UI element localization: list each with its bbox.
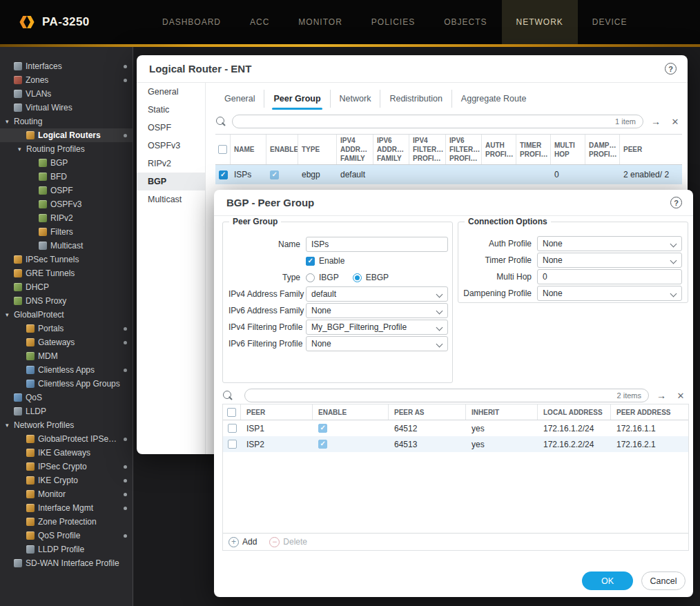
col-name[interactable]: NAME	[231, 135, 266, 164]
dialog-menu-item[interactable]: OSPF	[137, 119, 205, 137]
nav-item[interactable]: NETWORK	[502, 0, 578, 44]
sidebar-item[interactable]: Clientless Apps	[0, 363, 133, 377]
search-input[interactable]: 1 item	[232, 115, 643, 128]
auth-profile-select[interactable]: None	[537, 236, 682, 251]
sidebar-item[interactable]: Zone Protection	[0, 515, 133, 529]
search-input[interactable]: 2 items	[244, 389, 649, 402]
name-input[interactable]: ISPs	[306, 237, 448, 252]
sidebar-item[interactable]: QoS Profile	[0, 529, 133, 543]
col-ipv6-address-family[interactable]: IPV6 ADDR… FAMILY	[373, 135, 409, 164]
dialog-menu-item[interactable]: RIPv2	[137, 155, 205, 173]
sidebar-item[interactable]: Interfaces	[0, 59, 133, 73]
sidebar-item[interactable]: BGP	[0, 156, 133, 170]
apply-filter-icon[interactable]: →	[649, 116, 663, 127]
ipv4-address-family-select[interactable]: default	[306, 286, 448, 302]
col-peer[interactable]: PEER	[620, 135, 682, 164]
sidebar-item[interactable]: DHCP	[0, 280, 133, 294]
row-checkbox[interactable]	[228, 424, 237, 433]
nav-item[interactable]: DASHBOARD	[148, 0, 235, 44]
enable-checkbox[interactable]	[318, 424, 327, 433]
sidebar-item[interactable]: BFD	[0, 170, 133, 184]
enable-checkbox[interactable]	[306, 257, 315, 266]
col-ipv6-filtering-profile[interactable]: IPV6 FILTER… PROFI…	[446, 135, 482, 164]
col-peer-as[interactable]: PEER AS	[389, 404, 466, 420]
col-peer-address[interactable]: PEER ADDRESS	[611, 404, 688, 420]
row-checkbox[interactable]	[219, 170, 228, 179]
col-timer-profile[interactable]: TIMER PROFI…	[516, 135, 551, 164]
col-ipv4-filtering-profile[interactable]: IPV4 FILTER… PROFI…	[409, 135, 446, 164]
clear-filter-icon[interactable]: ✕	[668, 117, 682, 127]
apply-filter-icon[interactable]: →	[654, 390, 668, 401]
table-row[interactable]: ISP1 64512 yes 172.16.1.2/24 172.16.1.1	[223, 420, 688, 436]
col-enable[interactable]: ENABLE	[266, 135, 298, 164]
ipv6-address-family-select[interactable]: None	[306, 303, 448, 318]
sidebar-item[interactable]: MDM	[0, 349, 133, 363]
sidebar-item[interactable]: SD-WAN Interface Profile	[0, 556, 133, 570]
col-auth-profile[interactable]: AUTH PROFI…	[482, 135, 516, 164]
sidebar-item[interactable]: Clientless App Groups	[0, 377, 133, 391]
col-ipv4-address-family[interactable]: IPV4 ADDR… FAMILY	[337, 135, 373, 164]
help-icon[interactable]: ?	[665, 63, 677, 75]
ok-button[interactable]: OK	[582, 571, 633, 590]
row-checkbox[interactable]	[228, 440, 237, 449]
sidebar-item[interactable]: GlobalProtect IPSec Crypto	[0, 432, 133, 446]
dampening-profile-select[interactable]: None	[537, 286, 682, 301]
ipv4-filtering-profile-select[interactable]: My_BGP_Filtering_Profile	[306, 320, 448, 335]
select-all-checkbox[interactable]	[227, 408, 236, 417]
nav-item[interactable]: OBJECTS	[429, 0, 501, 44]
nav-item[interactable]: POLICIES	[357, 0, 429, 44]
cancel-button[interactable]: Cancel	[641, 571, 686, 590]
sidebar-item[interactable]: IKE Gateways	[0, 446, 133, 460]
nav-item[interactable]: ACC	[235, 0, 284, 44]
expand-caret-icon[interactable]: ▾	[6, 311, 14, 318]
add-button[interactable]: + Add	[229, 537, 257, 547]
col-peer[interactable]: PEER	[241, 404, 313, 420]
sidebar-item[interactable]: Zones	[0, 73, 133, 87]
sidebar-item[interactable]: ▾ GlobalProtect	[0, 308, 133, 322]
dialog-menu-item[interactable]: Multicast	[137, 190, 205, 208]
sidebar-item[interactable]: QoS	[0, 391, 133, 404]
sidebar-item[interactable]: Filters	[0, 225, 133, 239]
dialog-tab[interactable]: Network	[330, 90, 380, 108]
sidebar-item[interactable]: Logical Routers	[0, 128, 133, 142]
col-inherit[interactable]: INHERIT	[466, 404, 538, 420]
delete-button[interactable]: − Delete	[269, 537, 307, 547]
sidebar-item[interactable]: OSPFv3	[0, 197, 133, 211]
dialog-tab[interactable]: Redistribution	[380, 90, 451, 108]
sidebar-item[interactable]: Monitor	[0, 487, 133, 501]
sidebar-item[interactable]: IPSec Tunnels	[0, 253, 133, 266]
dialog-tab[interactable]: Peer Group	[264, 90, 329, 108]
enable-checkbox[interactable]	[270, 170, 279, 179]
nav-item[interactable]: MONITOR	[284, 0, 356, 44]
sidebar-item[interactable]: ▾ Network Profiles	[0, 418, 133, 432]
sidebar-item[interactable]: Interface Mgmt	[0, 501, 133, 515]
help-icon[interactable]: ?	[670, 197, 682, 208]
ipv6-filtering-profile-select[interactable]: None	[306, 336, 448, 351]
sidebar-item[interactable]: IPSec Crypto	[0, 460, 133, 473]
dialog-menu-item[interactable]: BGP	[137, 173, 205, 190]
col-multi-hop[interactable]: MULTI HOP	[551, 135, 585, 164]
expand-caret-icon[interactable]: ▾	[6, 118, 14, 125]
expand-caret-icon[interactable]: ▾	[6, 422, 14, 429]
ibgp-radio[interactable]	[306, 273, 315, 282]
col-enable[interactable]: ENABLE	[313, 404, 389, 420]
col-dampening-profile[interactable]: DAMP… PROFI…	[585, 135, 620, 164]
sidebar-item[interactable]: OSPF	[0, 184, 133, 197]
col-local-address[interactable]: LOCAL ADDRESS	[538, 404, 611, 420]
clear-filter-icon[interactable]: ✕	[674, 391, 688, 401]
sidebar-item[interactable]: GRE Tunnels	[0, 266, 133, 280]
dialog-tab[interactable]: General	[215, 90, 264, 108]
dialog-menu-item[interactable]: Static	[137, 101, 205, 119]
table-row[interactable]: ISPs ebgp default 0 2 enabled/ 2	[215, 165, 682, 184]
sidebar-item[interactable]: IKE Crypto	[0, 473, 133, 487]
sidebar-item[interactable]: Multicast	[0, 239, 133, 253]
sidebar-item[interactable]: Portals	[0, 322, 133, 335]
dialog-menu-item[interactable]: General	[137, 83, 205, 101]
nav-item[interactable]: DEVICE	[578, 0, 642, 44]
expand-caret-icon[interactable]: ▾	[18, 146, 26, 153]
col-type[interactable]: TYPE	[298, 135, 337, 164]
select-all-checkbox[interactable]	[218, 145, 227, 154]
sidebar-item[interactable]: ▾ Routing Profiles	[0, 142, 133, 156]
sidebar-item[interactable]: ▾ Routing	[0, 115, 133, 128]
sidebar-item[interactable]: VLANs	[0, 87, 133, 101]
